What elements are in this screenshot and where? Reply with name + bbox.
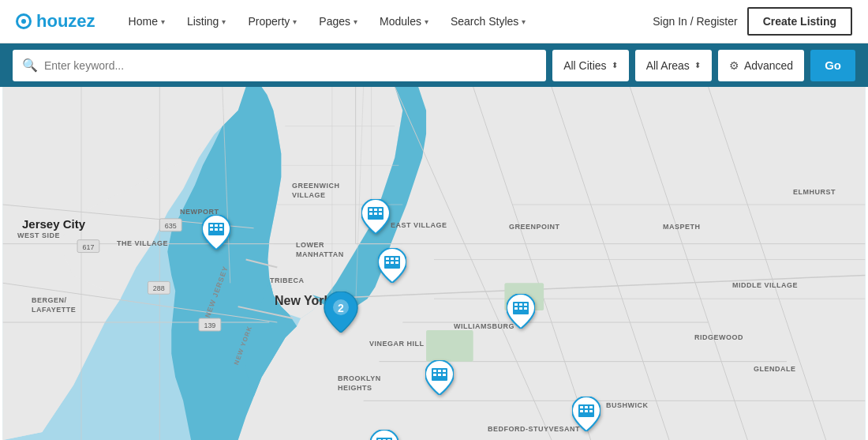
search-input-wrap: 🔍 <box>13 50 546 81</box>
svg-rect-82 <box>524 303 527 306</box>
svg-rect-50 <box>210 224 213 227</box>
go-button[interactable]: Go <box>810 50 855 81</box>
svg-rect-66 <box>395 258 398 260</box>
nav-right: Sign In / Register Create Listing <box>653 7 852 36</box>
advanced-button[interactable]: ⚙ Advanced <box>718 50 804 81</box>
nav-item-listing[interactable]: Listing ▾ <box>178 9 235 34</box>
svg-rect-68 <box>391 261 394 264</box>
svg-rect-91 <box>585 410 588 412</box>
svg-rect-83 <box>514 307 518 310</box>
cities-dropdown[interactable]: All Cities ⬍ <box>552 50 628 81</box>
search-styles-chevron-icon: ▾ <box>522 17 526 26</box>
svg-rect-90 <box>580 410 583 412</box>
svg-rect-92 <box>589 410 593 412</box>
advanced-label: Advanced <box>744 59 793 72</box>
cities-chevron-icon: ⬍ <box>612 61 618 70</box>
keyword-input[interactable] <box>44 59 537 72</box>
svg-rect-74 <box>438 370 441 372</box>
nav-item-property[interactable]: Property ▾ <box>238 9 306 34</box>
nav-property-label: Property <box>248 15 290 28</box>
svg-rect-87 <box>580 406 583 408</box>
nav-item-modules[interactable]: Modules ▾ <box>370 9 438 34</box>
svg-rect-61 <box>374 212 377 215</box>
svg-text:617: 617 <box>82 243 94 251</box>
gear-icon: ⚙ <box>729 59 739 72</box>
svg-rect-58 <box>374 209 377 211</box>
nav-item-pages[interactable]: Pages ▾ <box>309 9 367 34</box>
cities-label: All Cities <box>563 59 606 72</box>
signin-link[interactable]: Sign In / Register <box>653 15 737 28</box>
svg-rect-73 <box>433 370 436 372</box>
map-pin-3[interactable] <box>378 248 406 286</box>
svg-rect-78 <box>443 374 446 376</box>
map-pin-5[interactable] <box>507 294 535 332</box>
pages-chevron-icon: ▾ <box>354 17 357 26</box>
svg-text:139: 139 <box>204 322 215 329</box>
svg-text:288: 288 <box>153 284 165 292</box>
svg-rect-85 <box>524 307 527 310</box>
map-pin-7[interactable] <box>370 430 398 440</box>
nav-search-styles-label: Search Styles <box>451 15 518 28</box>
svg-rect-54 <box>215 228 218 231</box>
nav-listing-label: Listing <box>187 15 219 28</box>
svg-rect-67 <box>386 261 389 264</box>
nav-item-home[interactable]: Home ▾ <box>119 9 174 34</box>
nav-item-search-styles[interactable]: Search Styles ▾ <box>441 9 535 34</box>
svg-rect-75 <box>443 370 446 372</box>
create-listing-button[interactable]: Create Listing <box>747 7 852 36</box>
svg-rect-62 <box>379 212 382 215</box>
property-chevron-icon: ▾ <box>293 17 297 26</box>
map-pin-4[interactable] <box>425 360 454 398</box>
svg-rect-38 <box>426 330 473 362</box>
nav-modules-label: Modules <box>380 15 421 28</box>
map-pin-cluster[interactable]: 2 <box>324 291 358 336</box>
navbar: houzez Home ▾ Listing ▾ Property ▾ Pages… <box>0 0 868 43</box>
map-container: 635 288 617 139 Jersey City WEST SIDE TH… <box>0 87 868 440</box>
svg-rect-57 <box>369 209 372 211</box>
logo-text: houzez <box>36 11 95 32</box>
svg-rect-81 <box>519 303 522 306</box>
listing-chevron-icon: ▾ <box>222 17 226 26</box>
svg-text:2: 2 <box>338 302 344 314</box>
svg-rect-59 <box>379 209 382 211</box>
svg-rect-77 <box>438 374 441 376</box>
svg-rect-69 <box>395 261 398 264</box>
modules-chevron-icon: ▾ <box>425 17 428 26</box>
logo[interactable]: houzez <box>16 11 95 32</box>
map-pin-2[interactable] <box>361 199 390 237</box>
nav-items: Home ▾ Listing ▾ Property ▾ Pages ▾ Modu… <box>119 9 653 34</box>
map-pin-6[interactable] <box>572 397 600 434</box>
svg-rect-53 <box>210 228 213 231</box>
search-icon: 🔍 <box>22 58 38 73</box>
svg-rect-51 <box>215 224 218 227</box>
areas-dropdown[interactable]: All Areas ⬍ <box>635 50 712 81</box>
svg-rect-89 <box>589 406 593 408</box>
svg-rect-80 <box>514 303 518 306</box>
nav-home-label: Home <box>129 15 158 28</box>
svg-rect-76 <box>433 374 436 376</box>
svg-rect-55 <box>219 228 223 231</box>
areas-label: All Areas <box>646 59 690 72</box>
search-bar: 🔍 All Cities ⬍ All Areas ⬍ ⚙ Advanced Go <box>0 43 868 87</box>
logo-icon <box>16 13 32 29</box>
svg-rect-88 <box>585 406 588 408</box>
svg-rect-52 <box>219 224 223 227</box>
areas-chevron-icon: ⬍ <box>694 61 701 70</box>
svg-rect-65 <box>391 258 394 260</box>
map-pin-1[interactable] <box>202 215 230 253</box>
home-chevron-icon: ▾ <box>161 17 165 26</box>
svg-rect-64 <box>386 258 389 260</box>
svg-text:635: 635 <box>165 222 177 230</box>
nav-pages-label: Pages <box>319 15 350 28</box>
svg-rect-84 <box>519 307 522 310</box>
svg-rect-60 <box>369 212 372 215</box>
